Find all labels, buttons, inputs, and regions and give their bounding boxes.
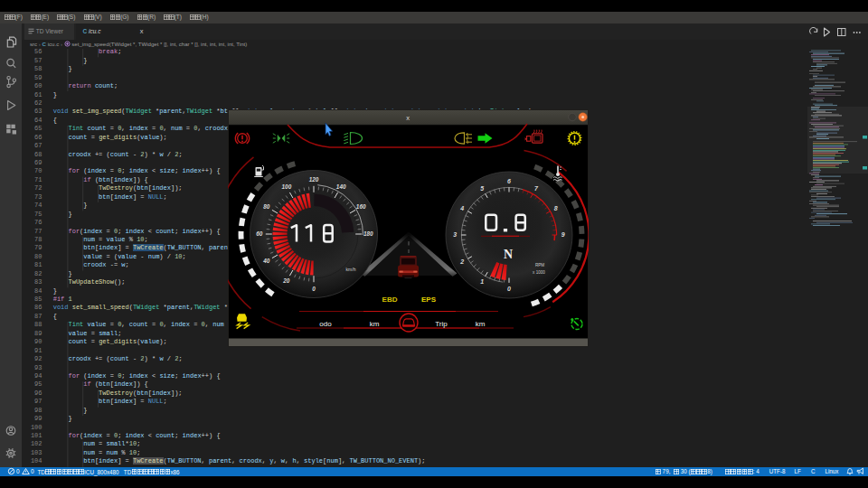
svg-text:4: 4 [459,205,464,211]
svg-text:0: 0 [507,286,511,292]
svg-text:9: 9 [561,231,565,238]
svg-text:1: 1 [480,278,484,285]
svg-text:100: 100 [282,183,292,190]
svg-text:20: 20 [282,277,290,284]
svg-text:km/h: km/h [346,267,356,272]
svg-text:3: 3 [453,231,457,238]
svg-text:N: N [504,248,513,261]
svg-text:x: x [406,114,410,122]
svg-text:2: 2 [459,258,464,265]
svg-text:odo: odo [319,320,332,328]
svg-text:Trip: Trip [435,320,448,328]
svg-text:EBD: EBD [382,296,398,304]
svg-text:0: 0 [16,468,20,474]
svg-text:RPM: RPM [535,263,544,267]
svg-text:40: 40 [262,258,270,264]
svg-text:6: 6 [507,178,511,184]
svg-text:60: 60 [256,230,263,237]
svg-text:0: 0 [312,286,316,292]
svg-text:km: km [476,320,486,328]
svg-text:0: 0 [31,468,34,474]
svg-text:80: 80 [263,203,270,210]
svg-text:8: 8 [554,205,558,211]
svg-text:5: 5 [480,185,484,192]
svg-text:EPS: EPS [421,296,437,304]
svg-text:km: km [370,320,380,328]
svg-text:x 1000: x 1000 [533,270,545,275]
svg-text:140: 140 [336,183,346,190]
svg-text:160: 160 [356,203,366,210]
svg-text:180: 180 [363,230,373,237]
svg-text:120: 120 [309,176,319,183]
